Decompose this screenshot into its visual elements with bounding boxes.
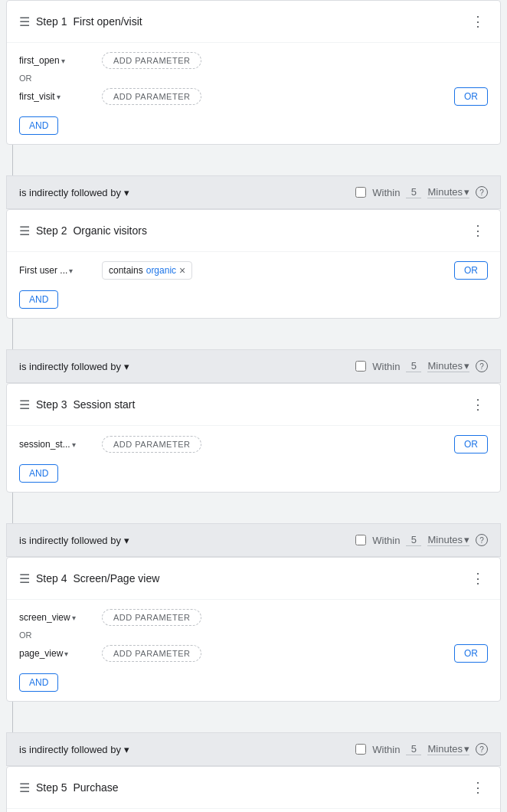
- close-icon-organic[interactable]: ×: [179, 264, 185, 277]
- step-3-title: Session start: [73, 398, 462, 411]
- and-button-1[interactable]: AND: [19, 116, 58, 135]
- contains-value: organic: [146, 265, 176, 276]
- step-3-more-icon[interactable]: ⋮: [468, 393, 488, 416]
- indirect-follow-label-1: is indirectly followed by: [19, 187, 121, 198]
- help-icon-1[interactable]: ?: [476, 186, 488, 198]
- page-view-label: page_view: [19, 648, 63, 659]
- chevron-down-icon-minutes-3: ▾: [464, 534, 469, 545]
- first-user-selector[interactable]: First user ... ▾: [19, 265, 96, 276]
- indirect-follow-dropdown-3[interactable]: is indirectly followed by ▾: [19, 535, 129, 546]
- step-5-title: Purchase: [73, 781, 462, 794]
- minutes-dropdown-1[interactable]: Minutes ▾: [427, 186, 469, 198]
- or-button-2[interactable]: OR: [454, 261, 488, 280]
- within-checkbox-input-4[interactable]: [355, 744, 366, 755]
- chevron-down-icon-minutes-4: ▾: [464, 743, 469, 755]
- or-button-1[interactable]: OR: [454, 87, 488, 106]
- within-checkbox-2[interactable]: [355, 361, 366, 372]
- drag-handle-icon-2: ☰: [19, 224, 30, 238]
- indirect-follow-dropdown-4[interactable]: is indirectly followed by ▾: [19, 744, 129, 755]
- minutes-label-2: Minutes: [427, 360, 463, 372]
- indirect-follow-dropdown-2[interactable]: is indirectly followed by ▾: [19, 361, 129, 372]
- step-4-title: Screen/Page view: [73, 572, 462, 584]
- within-value-3: 5: [406, 534, 421, 546]
- add-param-btn-1[interactable]: ADD PARAMETER: [102, 52, 201, 69]
- help-icon-4[interactable]: ?: [476, 743, 488, 755]
- chevron-down-icon-2: ▾: [57, 93, 61, 101]
- connector-line-1: [12, 145, 13, 175]
- step-3-number: Step 3: [36, 398, 67, 411]
- contains-tag-organic: contains organic ×: [102, 261, 192, 280]
- step-4-body: screen_view ▾ ADD PARAMETER OR page_view…: [7, 600, 500, 692]
- step-2-header: ☰ Step 2 Organic visitors ⋮: [7, 210, 500, 252]
- step-5-body: purchase ▾ ADD PARAMETER OR in_app_pur..…: [7, 809, 500, 812]
- help-icon-2[interactable]: ?: [476, 360, 488, 372]
- event-row-step2-1: First user ... ▾ contains organic × OR: [19, 261, 488, 280]
- help-icon-3[interactable]: ?: [476, 534, 488, 546]
- screen-view-selector[interactable]: screen_view ▾: [19, 612, 96, 623]
- or-label-1: OR: [19, 74, 488, 83]
- indirect-follow-label-3: is indirectly followed by: [19, 535, 121, 546]
- session-start-label: session_st...: [19, 439, 70, 450]
- contains-prefix: contains: [109, 265, 143, 276]
- within-checkbox-input-1[interactable]: [355, 187, 366, 198]
- minutes-label-4: Minutes: [427, 743, 463, 755]
- and-button-2[interactable]: AND: [19, 290, 58, 309]
- indirect-follow-dropdown-1[interactable]: is indirectly followed by ▾: [19, 187, 129, 198]
- within-checkbox-3[interactable]: [355, 535, 366, 545]
- chevron-down-icon-minutes-2: ▾: [464, 360, 469, 372]
- add-param-btn-4[interactable]: ADD PARAMETER: [102, 609, 201, 626]
- between-steps-2-3: is indirectly followed by ▾ Within 5 Min…: [6, 349, 501, 383]
- within-checkbox-input-2[interactable]: [355, 361, 366, 372]
- indirect-follow-label-2: is indirectly followed by: [19, 361, 121, 372]
- first-open-selector[interactable]: first_open ▾: [19, 55, 96, 66]
- connector-line-4: [12, 702, 13, 732]
- step-2-number: Step 2: [36, 224, 67, 237]
- and-button-3[interactable]: AND: [19, 464, 58, 483]
- step-1-header: ☰ Step 1 First open/visit ⋮: [7, 1, 500, 43]
- or-button-4[interactable]: OR: [454, 644, 488, 663]
- page-view-selector[interactable]: page_view ▾: [19, 648, 96, 659]
- add-param-btn-2[interactable]: ADD PARAMETER: [102, 88, 201, 105]
- drag-handle-icon-4: ☰: [19, 571, 30, 586]
- connector-line-3: [12, 493, 13, 523]
- within-checkbox-1[interactable]: [355, 187, 366, 198]
- screen-view-label: screen_view: [19, 612, 70, 623]
- chevron-down-icon-minutes-1: ▾: [464, 186, 469, 198]
- add-param-btn-3[interactable]: ADD PARAMETER: [102, 436, 201, 453]
- step-3-header: ☰ Step 3 Session start ⋮: [7, 384, 500, 426]
- session-start-selector[interactable]: session_st... ▾: [19, 439, 96, 450]
- step-3-body: session_st... ▾ ADD PARAMETER OR AND: [7, 426, 500, 483]
- within-value-2: 5: [406, 360, 421, 372]
- step-4-header: ☰ Step 4 Screen/Page view ⋮: [7, 558, 500, 600]
- add-param-btn-5[interactable]: ADD PARAMETER: [102, 645, 201, 662]
- step-1-more-icon[interactable]: ⋮: [468, 10, 488, 33]
- step-1-number: Step 1: [36, 15, 67, 28]
- step-2-title: Organic visitors: [73, 224, 462, 237]
- step-4-more-icon[interactable]: ⋮: [468, 567, 488, 590]
- or-button-3[interactable]: OR: [454, 435, 488, 453]
- step-2-body: First user ... ▾ contains organic × OR A…: [7, 252, 500, 309]
- and-button-4[interactable]: AND: [19, 673, 58, 692]
- chevron-down-icon-4: ▾: [72, 440, 76, 449]
- connector-line-2: [12, 319, 13, 349]
- event-row-2: first_visit ▾ ADD PARAMETER OR: [19, 87, 488, 106]
- step-2-more-icon[interactable]: ⋮: [468, 219, 488, 242]
- event-row-step3-1: session_st... ▾ ADD PARAMETER OR: [19, 435, 488, 453]
- first-visit-selector[interactable]: first_visit ▾: [19, 91, 96, 102]
- minutes-dropdown-3[interactable]: Minutes ▾: [427, 534, 469, 546]
- or-label-4: OR: [19, 630, 488, 640]
- between-steps-1-2: is indirectly followed by ▾ Within 5 Min…: [6, 175, 501, 209]
- within-checkbox-4[interactable]: [355, 744, 366, 755]
- within-checkbox-input-3[interactable]: [355, 535, 366, 545]
- step-5-more-icon[interactable]: ⋮: [468, 776, 488, 799]
- within-label-3: Within: [372, 535, 400, 546]
- chevron-down-icon-between-4: ▾: [124, 744, 129, 755]
- first-user-label: First user ...: [19, 265, 67, 276]
- chevron-down-icon: ▾: [61, 57, 65, 65]
- minutes-dropdown-2[interactable]: Minutes ▾: [427, 360, 469, 372]
- event-row-step4-2: page_view ▾ ADD PARAMETER OR: [19, 644, 488, 663]
- step-4-number: Step 4: [36, 572, 67, 584]
- event-row-step4-1: screen_view ▾ ADD PARAMETER: [19, 609, 488, 626]
- step-4-card: ☰ Step 4 Screen/Page view ⋮ screen_view …: [6, 557, 501, 702]
- minutes-dropdown-4[interactable]: Minutes ▾: [427, 743, 469, 755]
